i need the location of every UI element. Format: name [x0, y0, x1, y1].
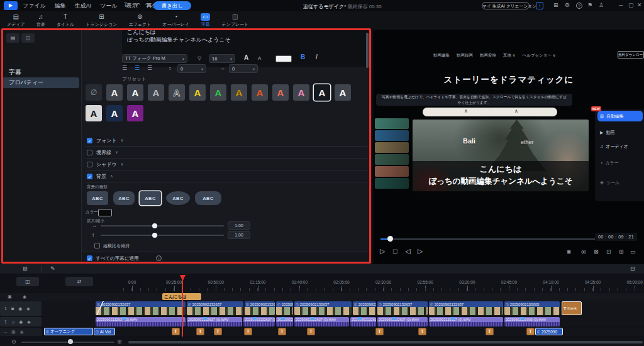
audio-clip[interactable]: 20250902132637 (0).WAV [96, 317, 186, 326]
asset-tab[interactable]: ▤ メディア [1, 13, 31, 28]
text-preset-tile[interactable]: A [189, 84, 206, 101]
crop-icon[interactable]: ⊠ [594, 248, 599, 255]
video-clip[interactable]: ◫20250902132637 [353, 301, 376, 315]
align-center-icon[interactable]: ☰ [135, 65, 140, 71]
focus-icon[interactable]: ⊡ [606, 248, 611, 255]
lock-icon[interactable]: ◈ [27, 320, 30, 325]
text-preset-tile[interactable]: ∅ [86, 84, 102, 101]
save-icon[interactable]: ↧ [123, 2, 128, 8]
title-marker-clip[interactable]: T [375, 328, 384, 335]
media-view-icon[interactable]: ▤ [6, 33, 19, 43]
audio-clip[interactable]: 20250902132637 (0).WAV [276, 317, 293, 326]
section-checkbox[interactable] [87, 138, 92, 143]
zoom-in-icon[interactable]: ⊕ [117, 338, 122, 345]
title-marker-clip[interactable]: T [278, 328, 286, 335]
text-preset-tile[interactable]: A [314, 84, 330, 101]
style-section-row[interactable]: 境界線 ∨ [86, 147, 367, 159]
title-marker-clip[interactable]: T [196, 328, 204, 335]
stop-button[interactable]: □ [393, 247, 397, 255]
menu-item[interactable]: 編集 [55, 2, 66, 10]
italic-button[interactable]: I [316, 53, 318, 60]
scale-y-value[interactable]: 1.00 [228, 231, 250, 239]
asset-tab[interactable]: ◫ テンプレート [216, 13, 254, 28]
menu-item[interactable]: ツール [100, 2, 117, 10]
redo-icon[interactable]: ↷ [145, 2, 150, 8]
asset-tab[interactable]: ▭ 字幕 [195, 13, 216, 28]
speaker-icon[interactable]: ◉ [19, 320, 23, 325]
align-right-icon[interactable]: ☰ [147, 65, 152, 71]
title-marker-clip[interactable]: T [172, 328, 180, 335]
style-section-row[interactable]: フォント ∨ [86, 135, 367, 147]
timeline-horizontal-scrollbar[interactable] [128, 341, 643, 343]
notifications-icon[interactable]: ⚑ [587, 2, 592, 8]
bg-color-swatch[interactable] [98, 209, 112, 216]
asset-tab[interactable]: ⊛ エフェクト [123, 13, 157, 28]
increase-font-icon[interactable]: A [244, 54, 248, 61]
upload-icon[interactable]: ↑ [536, 2, 543, 9]
letter-spacing-dropdown[interactable]: 0▾ [229, 64, 258, 73]
align-left-icon[interactable]: ☰ [122, 65, 127, 71]
line-spacing-dropdown[interactable]: 0▾ [177, 64, 206, 73]
settings-gear-icon[interactable]: ⚙ [565, 2, 570, 8]
text-preset-tile[interactable]: A [127, 105, 143, 121]
eye-icon[interactable]: ◉ [18, 306, 22, 311]
text-preset-tile[interactable]: A [169, 84, 185, 101]
section-checkbox[interactable] [87, 150, 92, 155]
add-marker-icon[interactable]: ⊞ [23, 265, 28, 272]
asset-tab[interactable]: ♫ 音楽 [31, 13, 51, 28]
bg-shape-rect-button[interactable]: ABC [87, 191, 108, 205]
audio-clip[interactable]: 20250902132637 (0).WAV [429, 317, 503, 326]
record-icon[interactable]: ◎ [581, 248, 586, 255]
decrease-font-icon[interactable]: A [258, 55, 261, 61]
text-preset-tile[interactable]: A [106, 105, 123, 121]
text-preset-tile[interactable]: A [293, 84, 309, 101]
step-back-button[interactable]: ◁ [405, 247, 410, 255]
video-clip[interactable]: ◫20250902132637 [276, 301, 293, 315]
section-checkbox[interactable] [87, 162, 92, 167]
font-style-icon[interactable]: ▽ [197, 55, 201, 61]
scale-x-slider[interactable] [101, 225, 224, 226]
section-chevron-icon[interactable]: ∨ [121, 138, 124, 143]
video-clip[interactable]: ◫20250902132637 [96, 301, 186, 315]
apply-all-checkbox[interactable]: ✓ [87, 255, 92, 261]
video-clip[interactable]: ◫20250902132637 [245, 301, 275, 315]
font-color-swatch[interactable] [275, 55, 292, 62]
window-minimize-icon[interactable]: ─ [619, 2, 623, 8]
text-preset-tile[interactable]: A [127, 84, 143, 101]
asset-tab[interactable]: ⊞ トランジション [80, 13, 123, 28]
layout-grid-icon[interactable]: ⊞ [553, 2, 558, 8]
title-marker-clip[interactable]: T [526, 328, 535, 335]
help-icon[interactable]: ? [576, 3, 582, 9]
timeline-zoom-knob[interactable] [68, 339, 73, 344]
font-size-dropdown[interactable]: 16▾ [209, 54, 235, 63]
style-section-row[interactable]: 背景 ∧ [86, 170, 367, 182]
video-clip[interactable]: ◫20250902132637 [377, 301, 428, 315]
asset-tab[interactable]: T タイトル [51, 13, 80, 28]
step-forward-button[interactable]: ▷ [418, 247, 423, 255]
lock-icon[interactable]: ◈ [26, 306, 30, 311]
section-checkbox[interactable] [87, 174, 92, 179]
undo-icon[interactable]: ↶ [135, 2, 140, 8]
subtitle-overlay[interactable]: こんにちは ぼっちの動画編集チャンネルへようこそ [413, 161, 589, 193]
bold-button[interactable]: B [301, 53, 305, 60]
font-family-dropdown[interactable]: TT フォーク Pro M▾ [122, 54, 187, 63]
print-export-icon[interactable]: ⊟ [630, 265, 635, 272]
section-chevron-icon[interactable]: ∧ [110, 174, 113, 179]
style-section-row[interactable]: シャドウ ∨ [86, 159, 367, 170]
window-close-icon[interactable]: ✕ [637, 2, 642, 8]
text-preset-tile[interactable]: A [106, 84, 123, 101]
audio-clip[interactable]: 20250902132637 (0).WAV [350, 317, 376, 326]
text-preset-tile[interactable]: A [231, 84, 247, 101]
export-button[interactable]: 書き出し [153, 1, 191, 10]
text-preset-tile[interactable]: A [252, 84, 268, 101]
text-area-scrollbar[interactable] [366, 33, 369, 68]
title-marker-clip[interactable]: T [418, 328, 426, 335]
seek-bar-knob[interactable] [387, 236, 393, 242]
aspect-ratio-icon[interactable]: ▭ [630, 248, 636, 255]
menu-item[interactable]: 生成AI [75, 2, 92, 10]
title-marker-clip[interactable]: T [486, 328, 494, 335]
seek-bar[interactable] [380, 238, 621, 240]
window-maximize-icon[interactable]: ▢ [628, 2, 634, 8]
text-preset-tile[interactable]: A [272, 84, 289, 101]
fullscreen-icon[interactable]: ⊞ [619, 248, 624, 255]
